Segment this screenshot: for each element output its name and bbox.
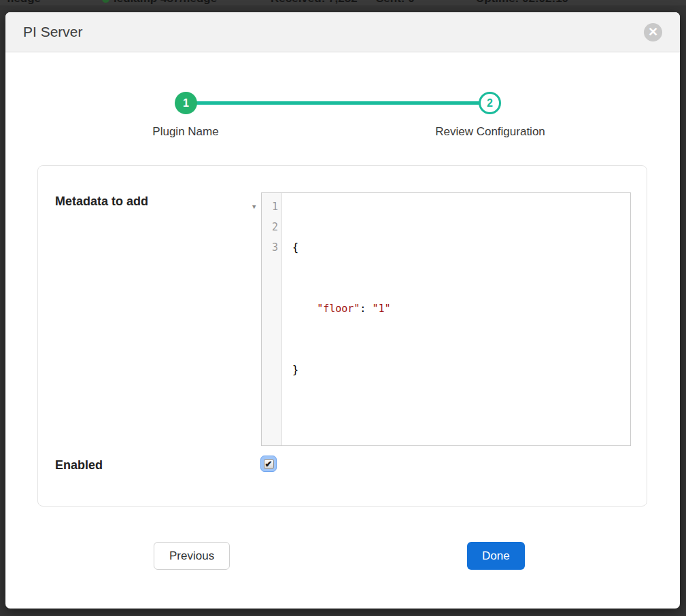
enabled-checkbox[interactable]: ✔ — [260, 456, 277, 472]
background-sent-stat: Sent: 0 — [376, 0, 415, 5]
json-code-editor[interactable]: ▼ 1 2 3 { "floor": "1" } — [261, 192, 631, 446]
step-1-indicator: 1 — [175, 92, 197, 114]
review-configuration-card: Metadata to add ▼ 1 2 3 { "floor": "1" } — [37, 165, 647, 507]
fold-arrow-icon[interactable]: ▼ — [252, 196, 256, 217]
step-1-number: 1 — [183, 97, 189, 109]
gutter-line-1: ▼ 1 — [262, 196, 278, 217]
step-1-label: Plugin Name — [124, 125, 247, 139]
modal-title: PI Server — [23, 24, 83, 40]
step-2-number: 2 — [487, 97, 493, 109]
previous-button[interactable]: Previous — [154, 542, 230, 570]
line-number: 1 — [272, 201, 278, 213]
background-service-stat: ledlamp 487/fledge — [102, 0, 217, 5]
editor-gutter: ▼ 1 2 3 — [262, 193, 282, 445]
step-2-indicator: 2 — [479, 92, 501, 114]
step-connector-line — [196, 101, 481, 105]
code-line: } — [292, 360, 630, 380]
metadata-field-label: Metadata to add — [55, 194, 148, 209]
background-uptime-stat: Uptime: 02:02:10 — [476, 0, 568, 5]
checkmark-icon: ✔ — [264, 459, 274, 469]
step-2-label: Review Configuration — [409, 125, 572, 139]
background-received-stat: Received: 7,252 — [271, 0, 358, 5]
enabled-field-label: Enabled — [55, 458, 103, 473]
editor-code-area[interactable]: { "floor": "1" } — [282, 193, 630, 445]
code-line: "floor": "1" — [292, 298, 630, 319]
code-line: { — [292, 237, 630, 258]
background-page-strip: fledge ledlamp 487/fledge Received: 7,25… — [0, 0, 686, 5]
plugin-config-modal: PI Server ✕ 1 2 Plugin Name Review Confi… — [5, 12, 680, 609]
modal-header: PI Server ✕ — [5, 12, 680, 52]
service-status-icon — [102, 0, 109, 3]
line-number: 2 — [272, 221, 278, 233]
close-icon[interactable]: ✕ — [644, 23, 662, 41]
gutter-line-2: 2 — [262, 217, 278, 237]
wizard-steps: 1 2 Plugin Name Review Configuration — [5, 92, 680, 154]
gutter-line-3: 3 — [262, 237, 278, 258]
line-number: 3 — [272, 241, 278, 254]
background-app-title: fledge — [7, 0, 41, 5]
done-button[interactable]: Done — [467, 542, 525, 570]
